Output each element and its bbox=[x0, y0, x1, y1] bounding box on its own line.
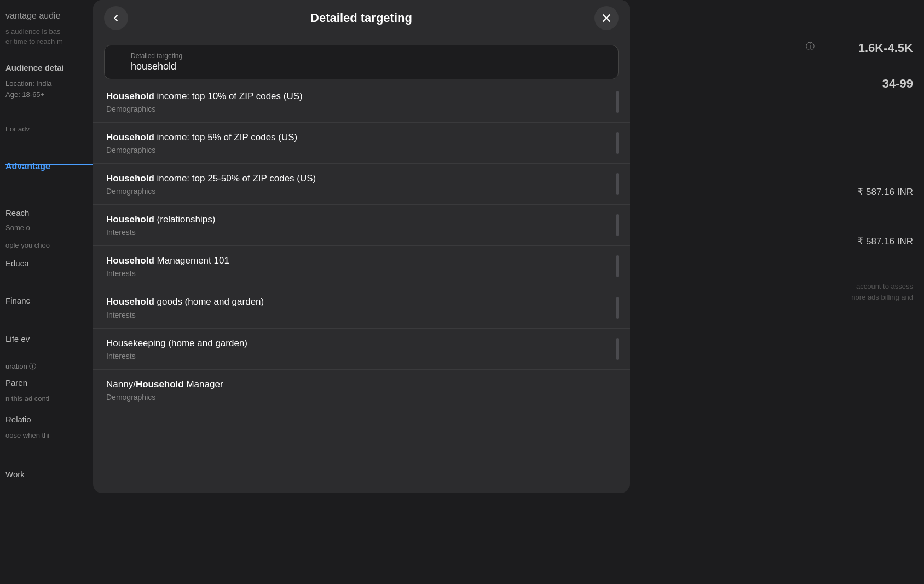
bg-info1: account to assess bbox=[856, 282, 913, 290]
result-item-2-divider bbox=[616, 132, 619, 154]
result-item-4[interactable]: Household (relationships) Interests bbox=[93, 205, 630, 246]
result-item-1-title: Household income: top 10% of ZIP codes (… bbox=[106, 90, 616, 102]
result-item-4-divider bbox=[616, 214, 619, 236]
result-item-6-subtitle: Interests bbox=[106, 311, 616, 319]
result-item-5-title: Household Management 101 bbox=[106, 255, 616, 267]
result-item-7-title: Housekeeping (home and garden) bbox=[106, 337, 616, 350]
results-list: Household income: top 10% of ZIP codes (… bbox=[93, 82, 630, 410]
result-item-6-title: Household goods (home and garden) bbox=[106, 296, 616, 308]
bg-audience-desc1: s audience is bas bbox=[5, 27, 60, 36]
bg-educa-label: Educa bbox=[5, 259, 29, 268]
modal-title: Detailed targeting bbox=[310, 11, 412, 25]
bg-n-this-label: n this ad conti bbox=[5, 394, 49, 403]
search-box[interactable]: Detailed targeting household bbox=[104, 45, 619, 79]
bg-ople-label: ople you choo bbox=[5, 241, 50, 249]
bg-age: Age: 18-65+ bbox=[5, 90, 44, 99]
close-button[interactable] bbox=[594, 6, 619, 30]
result-item-6[interactable]: Household goods (home and garden) Intere… bbox=[93, 287, 630, 328]
bg-uration-label: uration ⓘ bbox=[5, 362, 36, 371]
result-item-7-divider bbox=[616, 338, 619, 360]
bg-info2: nore ads billing and bbox=[851, 293, 913, 301]
bg-currency2: ₹ 587.16 INR bbox=[857, 236, 913, 247]
bg-for-adv: For adv bbox=[5, 125, 30, 133]
result-item-3-divider bbox=[616, 173, 619, 195]
result-item-5-divider bbox=[616, 255, 619, 277]
bg-age-range: 34-99 bbox=[882, 77, 913, 91]
result-item-8-subtitle: Demographics bbox=[106, 393, 616, 402]
result-item-2-subtitle: Demographics bbox=[106, 146, 616, 154]
bg-financ-label: Financ bbox=[5, 296, 30, 305]
bg-currency1: ₹ 587.16 INR bbox=[857, 186, 913, 198]
bg-relatio-label: Relatio bbox=[5, 415, 31, 424]
bg-audience-detail-label: Audience detai bbox=[5, 63, 64, 72]
bg-audience-desc2: er time to reach m bbox=[5, 37, 63, 45]
bg-oose-label: oose when thi bbox=[5, 431, 49, 439]
bg-life-label: Life ev bbox=[5, 334, 30, 343]
result-item-3-subtitle: Demographics bbox=[106, 187, 616, 196]
bg-some-label: Some o bbox=[5, 224, 30, 232]
result-item-5-subtitle: Interests bbox=[106, 269, 616, 278]
detailed-targeting-modal: Detailed targeting Detailed targeting ho… bbox=[93, 0, 630, 493]
result-item-3[interactable]: Household income: top 25-50% of ZIP code… bbox=[93, 164, 630, 205]
result-item-1[interactable]: Household income: top 10% of ZIP codes (… bbox=[93, 82, 630, 123]
search-area: Detailed targeting household bbox=[93, 36, 630, 79]
result-item-8[interactable]: Nanny/Household Manager Demographics bbox=[93, 370, 630, 410]
result-item-2[interactable]: Household income: top 5% of ZIP codes (U… bbox=[93, 123, 630, 164]
result-item-1-divider bbox=[616, 91, 619, 113]
back-button[interactable] bbox=[104, 6, 128, 30]
result-item-1-subtitle: Demographics bbox=[106, 105, 616, 113]
result-item-5[interactable]: Household Management 101 Interests bbox=[93, 246, 630, 287]
result-item-2-title: Household income: top 5% of ZIP codes (U… bbox=[106, 131, 616, 144]
result-item-8-title: Nanny/Household Manager bbox=[106, 379, 616, 391]
search-box-wrapper: Detailed targeting household bbox=[104, 45, 619, 79]
bg-paren-label: Paren bbox=[5, 378, 27, 387]
bg-info-icon: ⓘ bbox=[806, 41, 815, 53]
bg-audience-title: vantage audie bbox=[5, 11, 61, 21]
result-item-7-subtitle: Interests bbox=[106, 352, 616, 360]
bg-work-label: Work bbox=[5, 470, 25, 479]
search-label: Detailed targeting bbox=[131, 52, 609, 60]
result-item-4-subtitle: Interests bbox=[106, 228, 616, 237]
result-item-7[interactable]: Housekeeping (home and garden) Interests bbox=[93, 329, 630, 370]
bg-reach-range: 1.6K-4.5K bbox=[858, 41, 913, 55]
bg-location: Location: India bbox=[5, 79, 52, 88]
search-value: household bbox=[131, 61, 609, 72]
modal-header: Detailed targeting bbox=[93, 0, 630, 36]
result-item-3-title: Household income: top 25-50% of ZIP code… bbox=[106, 173, 616, 185]
result-item-6-divider bbox=[616, 297, 619, 319]
bg-reach-label: Reach bbox=[5, 208, 29, 217]
result-item-4-title: Household (relationships) bbox=[106, 214, 616, 226]
